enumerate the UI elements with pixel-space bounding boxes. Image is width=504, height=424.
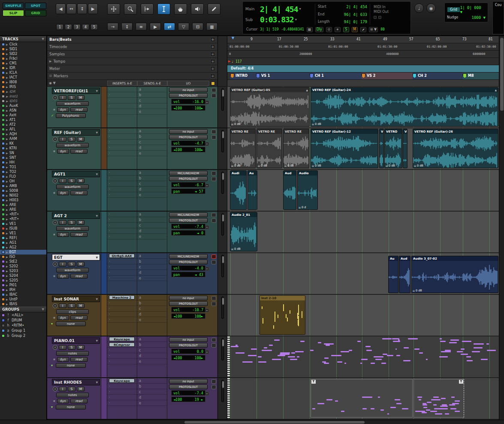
input-selector[interactable]: no input <box>169 379 208 384</box>
send-slot[interactable]: a <box>137 378 167 384</box>
smart-tool-button[interactable] <box>107 3 120 15</box>
send-slot[interactable]: b <box>137 384 167 389</box>
sidebar-track-item[interactable]: ▶SN <box>0 151 46 155</box>
memory-location-3[interactable]: 3 <box>73 24 81 30</box>
insert-slot[interactable]: Keyscape <box>107 378 137 384</box>
input-monitor-button[interactable]: I <box>59 179 66 183</box>
automation-mode-button[interactable]: read <box>70 357 88 362</box>
insert-slot[interactable]: RCmprssr <box>107 342 137 348</box>
record-arm-button[interactable] <box>53 220 57 225</box>
sidebar-track-item[interactable]: ▶OH <box>0 179 46 184</box>
pan-display[interactable]: pan◄ 43 <box>171 272 205 277</box>
output-selector[interactable]: PROTOSLOUT <box>169 218 208 223</box>
send-slot[interactable]: d <box>137 103 167 109</box>
ruler-label-tempo[interactable]: ▶Tempo+ <box>47 58 217 65</box>
pre-roll-value[interactable]: 80 <box>380 27 385 31</box>
slip-mode-button[interactable]: SLIP <box>3 10 24 16</box>
groups-header-caret-icon[interactable]: ▼ <box>42 308 44 311</box>
ruler-add-button[interactable]: + <box>210 59 215 64</box>
elastic-audio-icon[interactable]: ∗ <box>53 274 56 278</box>
grid-value-button[interactable]: Grid <box>447 7 460 12</box>
midi-notes-field[interactable] <box>230 336 498 377</box>
ruler-label-samples[interactable]: Samples+ <box>47 51 217 58</box>
insert-slot[interactable]: · <box>107 384 137 389</box>
playlist-button[interactable] <box>211 88 216 92</box>
zoom-in-button[interactable]: ▶ <box>88 3 98 14</box>
insert-slot[interactable]: · <box>107 187 137 192</box>
audio-clip[interactable]: VETRO REF (Guitar)-12⊞0 dB <box>311 129 378 168</box>
track-menu-caret-icon[interactable]: ▼ <box>96 339 98 342</box>
send-slot[interactable]: a <box>137 212 167 217</box>
zoom-slider-thumb[interactable] <box>222 131 224 138</box>
playlist-button[interactable] <box>211 213 216 217</box>
send-slot[interactable]: c <box>137 306 167 312</box>
clip-gain-label[interactable]: ⊞0 d <box>299 206 306 209</box>
insertion-follows-playback-button[interactable]: ⇄ <box>164 23 175 30</box>
send-slot[interactable]: a <box>137 87 167 92</box>
elastic-plugin-selector[interactable]: none <box>56 363 86 368</box>
record-arm-button[interactable] <box>53 95 57 100</box>
track-lane-piano-01[interactable] <box>227 336 499 378</box>
sidebar-track-item[interactable]: ▶Inst1 <box>0 94 46 99</box>
track-menu-caret-icon[interactable]: ▼ <box>96 173 98 176</box>
volume-display[interactable]: vol-16.0 <box>171 99 205 104</box>
sidebar-track-item[interactable]: ▶CM1 <box>0 61 46 66</box>
track-view-selector[interactable]: waveform <box>56 143 89 148</box>
automation-mode-button[interactable]: read <box>70 274 88 279</box>
samples-ruler[interactable]: 0200000040000006000000 <box>227 51 499 58</box>
insert-slot[interactable]: · <box>107 217 137 223</box>
output-selector[interactable]: PROTOSLOUT <box>169 176 208 181</box>
meter-ruler[interactable]: Default: 4/4 <box>227 65 499 73</box>
track-options-button[interactable] <box>211 302 216 306</box>
insert-slot[interactable]: · <box>107 348 137 353</box>
sidebar-track-item[interactable]: ▶PI01 <box>0 283 46 288</box>
sidebar-track-item[interactable]: ▶Click <box>0 42 46 47</box>
elastic-plugin-selector[interactable]: none <box>56 321 86 326</box>
zoom-slider[interactable] <box>221 297 224 319</box>
capture-selection-button[interactable]: ⊟ <box>192 23 203 30</box>
audio-clip[interactable]: V <box>379 129 384 168</box>
record-arm-button[interactable] <box>53 303 57 308</box>
insert-slot[interactable]: · <box>107 264 137 270</box>
track-view-selector[interactable]: notes <box>56 393 89 397</box>
insert-slot[interactable]: · <box>107 389 137 395</box>
start-value[interactable]: 2| 4| 454 <box>346 5 367 9</box>
sidebar-track-item[interactable]: ▶S203 <box>0 269 46 273</box>
sidebar-track-item[interactable]: ▶S205 <box>0 278 46 283</box>
clip-gain-label[interactable]: ⊞0 dB <box>312 164 321 167</box>
sidebar-track-item[interactable]: ▶ARE <box>0 207 46 212</box>
track-menu-caret-icon[interactable]: ▼ <box>96 131 98 134</box>
insert-slot[interactable]: · <box>107 317 137 323</box>
track-name-button[interactable]: PIANO.01▼ <box>52 337 100 344</box>
zoom-slider-thumb[interactable] <box>222 90 224 97</box>
selector-tool-button[interactable] <box>157 3 170 15</box>
playlist-button[interactable] <box>211 296 216 300</box>
sidebar-track-item[interactable]: ▶AxH <box>0 113 46 118</box>
insert-slot[interactable]: · <box>107 128 137 134</box>
grid-indicator-icon[interactable]: ▦ <box>307 27 313 32</box>
automation-mode-button[interactable]: read <box>70 107 88 112</box>
input-selector[interactable]: no input <box>169 129 208 134</box>
solo-button[interactable]: S <box>68 137 75 142</box>
marker-intro[interactable]: INTRO <box>230 73 247 78</box>
sidebar-track-item[interactable]: ▶ISUB <box>0 226 46 231</box>
send-slot[interactable]: e <box>137 400 167 406</box>
record-arm-button[interactable] <box>53 387 57 391</box>
track-options-button[interactable] <box>211 343 216 348</box>
mirrored-midi-button[interactable]: ▶ <box>150 23 161 30</box>
solo-button[interactable]: S <box>68 95 75 100</box>
record-arm-button[interactable] <box>53 345 57 350</box>
pan-display[interactable]: ◄10019 ► <box>171 397 205 402</box>
link-timeline-selection-button[interactable]: ↕ <box>121 23 133 30</box>
insert-slot[interactable]: · <box>107 228 137 234</box>
input-selector[interactable]: MIC/LINE/HIZ/M <box>169 254 208 259</box>
automation-follows-edit-button[interactable]: ▽ <box>178 23 189 30</box>
sidebar-track-item[interactable]: ▶N002 <box>0 193 46 198</box>
track-options-button[interactable] <box>211 94 216 98</box>
insert-slot[interactable]: · <box>107 400 137 406</box>
automation-mode-button[interactable]: read <box>70 399 88 403</box>
zoom-slider-thumb[interactable] <box>222 256 224 263</box>
sidebar-track-item[interactable]: ▶UntP <box>0 297 46 302</box>
sidebar-track-item[interactable]: ▶S204 <box>0 273 46 278</box>
output-selector[interactable]: PROTOSLOUT <box>169 385 208 389</box>
